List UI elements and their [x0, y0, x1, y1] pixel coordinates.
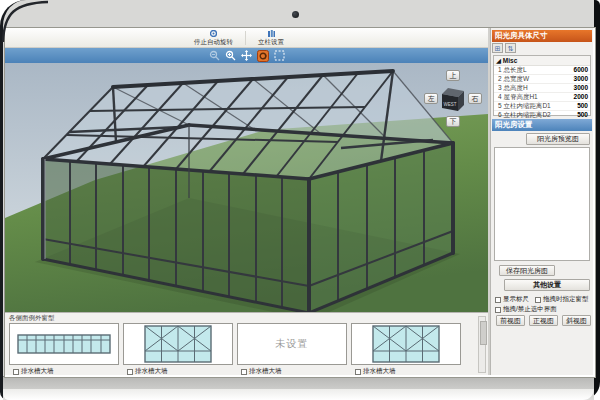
other-settings-header: 其他设置 [504, 279, 590, 291]
checkbox-icon[interactable] [241, 369, 247, 375]
bottom-panel: 各侧面例外窗型 [5, 312, 488, 375]
viewport-3d[interactable]: 上 左 右 下 WEST [5, 48, 488, 312]
nav-right-button[interactable]: 右 [468, 93, 482, 104]
pan-icon[interactable] [241, 50, 252, 61]
bottom-panel-scrollbar[interactable] [478, 316, 486, 373]
nav-down-button[interactable]: 下 [446, 116, 460, 127]
drag-window-type-checkbox[interactable]: 拖拽时指定窗型 [535, 295, 589, 304]
side-window-card-1[interactable] [9, 323, 119, 365]
side-window-card-4[interactable] [351, 323, 461, 365]
property-row[interactable]: 2 总宽度W 3000 [494, 75, 590, 84]
checkbox-icon[interactable] [127, 369, 133, 375]
checkbox-label: 排水槽大墙 [249, 367, 282, 376]
screenshot-page: 停止自动旋转 立柱设置 [0, 0, 600, 400]
property-value[interactable]: 2000 [574, 93, 588, 101]
categorized-view-icon[interactable]: ⊞ [492, 43, 503, 53]
drag-lock-checkbox[interactable]: 拖拽/禁止选中界面 [495, 305, 557, 314]
sort-alpha-icon[interactable]: ⇅ [505, 43, 516, 53]
nav-cube-face-label: WEST [444, 102, 457, 107]
right-panel: 阳光房具体尺寸 ⊞ ⇅ ◢ Misc 1 总长度L 6000 2 总宽度W 30… [490, 28, 593, 375]
auto-rotate-label: 停止自动旋转 [194, 38, 233, 45]
property-value[interactable]: 6000 [574, 66, 588, 74]
property-value[interactable]: 3000 [574, 84, 588, 92]
checkbox-icon[interactable] [495, 307, 501, 313]
property-grid[interactable]: ◢ Misc 1 总长度L 6000 2 总宽度W 3000 3 总高度H 30… [493, 55, 591, 116]
property-value[interactable]: 500 [577, 111, 588, 119]
nav-cube-widget: 上 左 右 下 WEST [424, 70, 482, 134]
property-row[interactable]: 5 立柱内缩距离D1 500 [494, 102, 590, 111]
column-settings-button[interactable]: 立柱设置 [255, 29, 287, 46]
column-settings-icon [268, 30, 275, 37]
property-grid-toolbar: ⊞ ⇅ [492, 43, 516, 54]
preview-area [494, 147, 590, 261]
device-bottom-lip [3, 389, 594, 400]
property-label: 6 立柱内缩距离D2 [498, 111, 551, 119]
main-view-button[interactable]: 正视图 [529, 315, 558, 326]
settings-checkbox-row-2: 拖拽/禁止选中界面 [495, 305, 557, 314]
checkbox-label: 拖拽/禁止选中界面 [503, 305, 557, 314]
device-corner-line [0, 0, 52, 46]
auto-rotate-button[interactable]: 停止自动旋转 [191, 29, 236, 46]
front-view-button[interactable]: 前视图 [496, 315, 525, 326]
top-toolbar: 停止自动旋转 立柱设置 [5, 28, 490, 48]
auto-rotate-icon [210, 30, 217, 37]
property-value[interactable]: 3000 [574, 75, 588, 83]
column-settings-label: 立柱设置 [258, 38, 284, 45]
checkbox-icon[interactable] [13, 369, 19, 375]
folding-door-thumbnail [128, 324, 228, 364]
sunroom-settings-title: 阳光房设置 [492, 119, 592, 131]
viewport-toolbar [5, 48, 488, 63]
property-category[interactable]: ◢ Misc [494, 56, 590, 66]
view-buttons-row: 前视图 正视图 斜视图 [496, 315, 591, 326]
gutter-wall-checkbox-2[interactable]: 排水槽大墙 [127, 367, 168, 376]
show-ruler-checkbox[interactable]: 显示标尺 [495, 295, 529, 304]
zoom-out-icon[interactable] [209, 50, 220, 61]
nav-left-button[interactable]: 左 [424, 93, 438, 104]
property-value[interactable]: 500 [577, 102, 588, 110]
side-window-card-2[interactable] [123, 323, 233, 365]
gutter-wall-checkbox-1[interactable]: 排水槽大墙 [13, 367, 54, 376]
side-window-card-3[interactable]: 未设置 [237, 323, 347, 365]
preview-image-button[interactable]: 阳光房预览图 [526, 133, 590, 145]
window-grid-thumbnail [14, 324, 114, 364]
property-label: 5 立柱内缩距离D1 [498, 102, 551, 110]
property-row[interactable]: 3 总高度H 3000 [494, 84, 590, 93]
property-label: 3 总高度H [498, 84, 528, 92]
category-label: Misc [503, 57, 517, 64]
marquee-select-icon[interactable] [274, 50, 285, 61]
property-label: 4 屋脊高度H1 [498, 93, 538, 101]
save-sunroom-button[interactable]: 保存阳光房图 [499, 265, 555, 276]
sunroom-3d-render [5, 48, 488, 312]
checkbox-label: 排水槽大墙 [135, 367, 168, 376]
checkbox-label: 排水槽大墙 [21, 367, 54, 376]
checkbox-icon[interactable] [495, 297, 501, 303]
checkbox-icon[interactable] [535, 297, 541, 303]
camera-icon [292, 11, 299, 18]
checkbox-label: 排水槽大墙 [363, 367, 396, 376]
nav-up-button[interactable]: 上 [446, 70, 460, 81]
property-label: 1 总长度L [498, 66, 527, 74]
gutter-wall-checkbox-3[interactable]: 排水槽大墙 [241, 367, 282, 376]
bottom-panel-header: 各侧面例外窗型 [9, 314, 55, 323]
nav-cube-icon[interactable]: WEST [439, 84, 469, 114]
settings-checkbox-row-1: 显示标尺 拖拽时指定窗型 [495, 295, 589, 304]
property-row[interactable]: 4 屋脊高度H1 2000 [494, 93, 590, 102]
checkbox-label: 拖拽时指定窗型 [543, 295, 589, 304]
zoom-in-icon[interactable] [225, 50, 236, 61]
rotate-icon[interactable] [257, 50, 269, 62]
toolbar-divider [245, 31, 246, 45]
scrollbar-thumb[interactable] [480, 321, 487, 345]
oblique-view-button[interactable]: 斜视图 [562, 315, 591, 326]
app-screen: 停止自动旋转 立柱设置 [4, 27, 596, 378]
checkbox-icon[interactable] [355, 369, 361, 375]
folding-door-thumbnail [356, 324, 456, 364]
gutter-wall-checkbox-4[interactable]: 排水槽大墙 [355, 367, 396, 376]
dimensions-panel-title: 阳光房具体尺寸 [492, 30, 592, 42]
property-label: 2 总宽度W [498, 75, 529, 83]
checkbox-label: 显示标尺 [503, 295, 529, 304]
property-row[interactable]: 1 总长度L 6000 [494, 66, 590, 75]
not-set-label: 未设置 [276, 337, 309, 351]
